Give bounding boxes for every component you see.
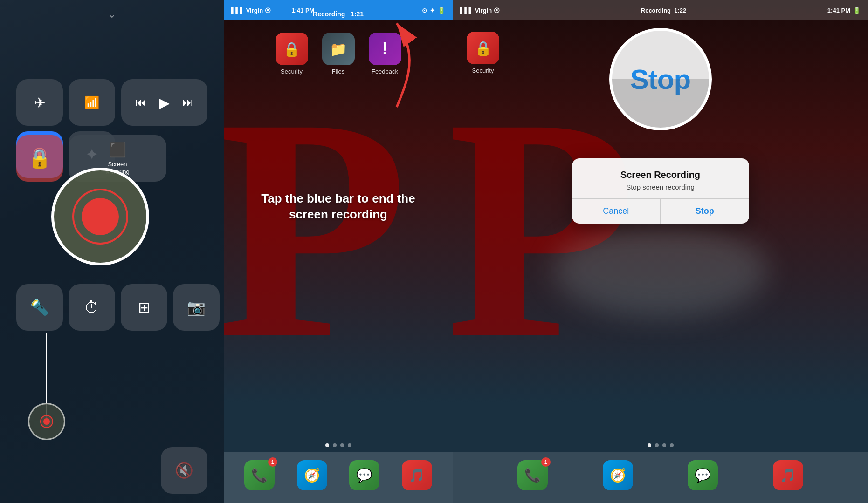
phone-dock-3[interactable]: 📞 1 [517, 460, 548, 490]
airplane-icon: ✈ [34, 95, 46, 111]
security-app-3[interactable]: 🔒 Security [467, 32, 499, 74]
phone-screen-panel-3: ▌▌▌ Virgin ⦿ Recording 1:22 1:41 PM 🔋 🔒 … [453, 0, 868, 503]
cancel-button[interactable]: Cancel [572, 199, 661, 224]
rotation-lock-button[interactable]: 🔒 [16, 135, 63, 182]
time-3: 1:41 PM [827, 7, 850, 14]
messages-dock-icon[interactable]: 💬 [349, 460, 379, 490]
mirror-icon: ⬛ [109, 142, 126, 158]
page-dot-3 [340, 443, 344, 447]
chevron-down-icon: ⌄ [108, 8, 116, 20]
page-dot-4 [348, 443, 351, 447]
dock-2: 📞 1 🧭 💬 🎵 [224, 452, 453, 503]
instruction-text: Tap the blue bar to end the screen recor… [259, 191, 418, 223]
rewind-icon[interactable]: ⏮ [135, 96, 146, 109]
page-dot-3-3 [662, 443, 666, 447]
stop-circle-bottom-half [612, 79, 709, 128]
record-dot-inner [82, 198, 119, 235]
wifi-icon-3: ⦿ [494, 7, 500, 14]
battery-icon: 🔋 [438, 7, 445, 14]
safari-dock-icon[interactable]: 🧭 [297, 460, 327, 490]
recording-label: Recording 1:21 [313, 10, 364, 18]
safari-dock-3[interactable]: 🧭 [603, 460, 633, 490]
media-controls: ⏮ ▶ ⏭ [121, 79, 207, 126]
page-dot-1 [325, 443, 329, 447]
cellular-button[interactable]: 📶 [69, 79, 115, 126]
camera-status-icon: ⊙ [422, 7, 427, 14]
camera-button[interactable]: 📷 [173, 284, 220, 331]
carrier-info-3: ▌▌▌ Virgin ⦿ [460, 7, 500, 14]
page-dot-3-1 [648, 443, 651, 447]
carrier-name: Virgin [246, 7, 263, 14]
bluetooth-status-icon: ✦ [430, 7, 435, 14]
record-dot-outer[interactable] [72, 189, 128, 245]
files-label: Files [332, 68, 344, 75]
recording-status-bar[interactable]: ▌▌▌ Virgin ⦿ 1:41 PM Recording 1:21 ⊙ ✦ … [224, 0, 453, 20]
security-icon-3: 🔒 [467, 32, 499, 64]
dialog-subtitle: Stop screen recording [581, 183, 740, 191]
security-app[interactable]: 🔒 Security [276, 33, 308, 75]
carrier-info: ▌▌▌ Virgin ⦿ 1:41 PM [231, 7, 314, 14]
small-record-inner [43, 418, 50, 425]
page-dot-2 [333, 443, 337, 447]
stop-circle[interactable]: Stop [609, 28, 712, 130]
cellular-icon: 📶 [84, 95, 99, 110]
bottom-control-row: 🔦 ⏱ ⊞ 📷 [16, 284, 220, 331]
dialog-actions: Cancel Stop [572, 199, 749, 224]
phone-screen-panel-2: ▌▌▌ Virgin ⦿ 1:41 PM Recording 1:21 ⊙ ✦ … [224, 0, 453, 503]
page-dot-3-2 [655, 443, 659, 447]
status-bar-3: ▌▌▌ Virgin ⦿ Recording 1:22 1:41 PM 🔋 [453, 0, 868, 20]
page-dots-3 [648, 443, 674, 447]
screen-record-small-circle [28, 403, 65, 440]
messages-dock-3[interactable]: 💬 [688, 460, 718, 490]
red-arrow [359, 19, 434, 112]
files-app[interactable]: 📁 Files [322, 33, 355, 75]
dialog-body: Screen Recording Stop screen recording [572, 158, 749, 198]
flashlight-button[interactable]: 🔦 [16, 284, 63, 331]
stop-button[interactable]: Stop [661, 199, 749, 224]
ellipse-glow [553, 224, 768, 317]
fast-forward-icon[interactable]: ⏭ [182, 96, 193, 109]
phone-badge: 1 [268, 457, 277, 467]
screen-recording-dialog: Screen Recording Stop screen recording C… [572, 158, 749, 224]
flashlight-icon: 🔦 [30, 299, 49, 316]
calculator-icon: ⊞ [138, 299, 151, 316]
clock-icon: ⏱ [84, 299, 99, 316]
wifi-status-icon: ⦿ [265, 7, 271, 14]
signal-icon: ▌▌▌ [231, 7, 244, 14]
status-right-3: 1:41 PM 🔋 [827, 7, 861, 14]
dialog-title: Screen Recording [581, 170, 740, 180]
control-center-panel: ⌄ ✈ 📶 ⦿ ✦ ⏮ ▶ ⏭ 🔒 ⬛ ScreenMirroring [0, 0, 224, 503]
play-icon[interactable]: ▶ [159, 95, 170, 111]
calculator-button[interactable]: ⊞ [121, 284, 167, 331]
mute-icon: 🔇 [175, 462, 193, 479]
mute-button[interactable]: 🔇 [161, 447, 207, 494]
page-dot-3-4 [670, 443, 674, 447]
status-right: ⊙ ✦ 🔋 [422, 7, 445, 14]
music-dock-icon[interactable]: 🎵 [402, 460, 432, 490]
small-record-dot [40, 415, 53, 428]
screen-record-big-circle [51, 168, 149, 265]
clock-button[interactable]: ⏱ [69, 284, 115, 331]
time-display: 1:41 PM [291, 7, 314, 14]
signal-icon-3: ▌▌▌ [460, 7, 473, 14]
camera-icon: 📷 [187, 299, 206, 316]
phone-badge-3: 1 [541, 457, 551, 467]
page-dots [325, 443, 351, 447]
security-label-3: Security [472, 67, 494, 74]
security-label: Security [281, 68, 303, 75]
phone-dock-icon[interactable]: 📞 1 [244, 460, 275, 490]
airplane-mode-button[interactable]: ✈ [16, 79, 63, 126]
files-icon: 📁 [322, 33, 355, 65]
carrier-name-3: Virgin [475, 7, 492, 14]
lock-rotation-icon: 🔒 [28, 148, 51, 170]
dock-3: 📞 1 🧭 💬 🎵 [453, 452, 868, 503]
connector-line-3 [661, 126, 661, 161]
security-icon: 🔒 [276, 33, 308, 65]
recording-info-3: Recording 1:22 [641, 7, 687, 14]
music-dock-3[interactable]: 🎵 [773, 460, 803, 490]
battery-3: 🔋 [853, 7, 861, 14]
